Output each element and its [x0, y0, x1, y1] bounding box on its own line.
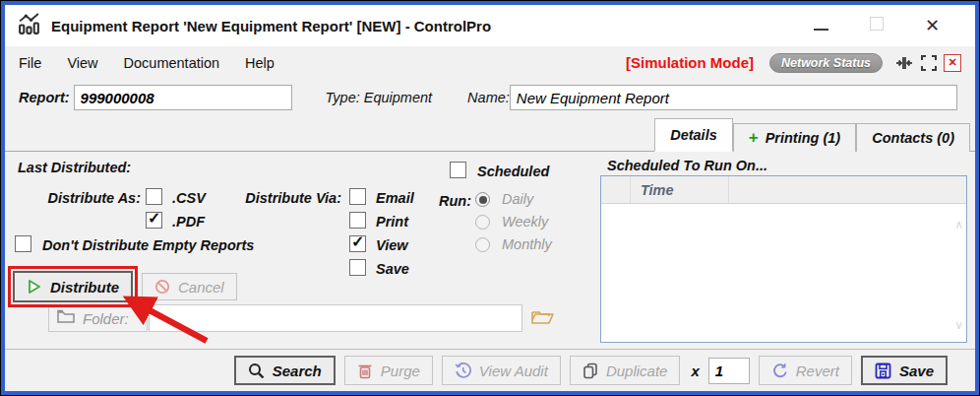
run-label: Run:	[439, 193, 471, 209]
distribute-as-label: Distribute As:	[34, 190, 141, 206]
network-status-badge[interactable]: Network Status	[769, 53, 883, 73]
view-checkbox[interactable]	[349, 235, 366, 252]
window-title: Equipment Report 'New Equipment Report' …	[51, 18, 814, 34]
play-icon	[27, 279, 42, 295]
duplicate-button[interactable]: Duplicate	[570, 356, 681, 385]
fullscreen-icon[interactable]	[919, 53, 938, 72]
report-bar: Report: Type: Equipment Name:	[5, 79, 975, 116]
tab-strip: Details +Printing (1) Contacts (0)	[5, 116, 975, 152]
plus-icon: +	[749, 128, 759, 148]
app-chart-icon	[17, 12, 41, 40]
pdf-checkbox[interactable]	[146, 212, 162, 229]
report-label: Report:	[19, 90, 70, 105]
time-column-header: Time	[631, 176, 729, 203]
save-button[interactable]: Save	[861, 356, 948, 385]
folder-button[interactable]: Folder:	[48, 304, 148, 332]
weekly-radio[interactable]	[475, 215, 490, 230]
menu-file[interactable]: File	[19, 55, 41, 71]
view-audit-button[interactable]: View Audit	[442, 356, 561, 385]
last-distributed-label: Last Distributed:	[18, 160, 131, 175]
minimize-button[interactable]	[814, 17, 828, 34]
dont-distribute-label: Don't Distribute Empty Reports	[42, 237, 254, 253]
csv-checkbox[interactable]	[146, 188, 162, 205]
distribute-via-label: Distribute Via:	[233, 190, 341, 206]
menu-bar: File View Documentation Help [Simulation…	[5, 46, 975, 79]
report-name-input[interactable]	[510, 85, 957, 110]
scheduled-to-run-label: Scheduled To Run On...	[607, 158, 767, 173]
close-pane-icon[interactable]: ✕	[944, 54, 961, 72]
monthly-label: Monthly	[502, 236, 552, 252]
bottom-action-bar: Search Purge View Audit Duplicate x Reve…	[5, 349, 975, 391]
save-option-label: Save	[376, 261, 409, 277]
open-folder-icon[interactable]	[530, 306, 554, 329]
menu-view[interactable]: View	[67, 55, 97, 71]
tab-printing[interactable]: +Printing (1)	[733, 123, 856, 152]
email-label: Email	[376, 190, 414, 206]
email-checkbox[interactable]	[349, 188, 366, 205]
maximize-button[interactable]	[870, 17, 884, 34]
schedule-table-header: Time	[601, 176, 966, 204]
multiplier-input[interactable]	[708, 358, 750, 384]
title-bar: Equipment Report 'New Equipment Report' …	[5, 5, 975, 46]
history-clock-icon	[455, 363, 471, 379]
search-button[interactable]: Search	[234, 356, 336, 385]
scheduled-checkbox[interactable]	[450, 162, 466, 178]
type-label: Type: Equipment	[326, 90, 433, 105]
schedule-table: Time ∧ ∨	[600, 175, 967, 343]
menu-documentation[interactable]: Documentation	[124, 55, 220, 71]
close-button[interactable]: ✕	[925, 17, 940, 34]
scheduled-label: Scheduled	[477, 164, 549, 179]
collapse-panels-icon[interactable]	[894, 53, 913, 72]
copy-icon	[582, 363, 598, 379]
monthly-radio[interactable]	[475, 237, 490, 252]
details-panel: Last Distributed: Distribute As: .CSV .P…	[5, 152, 975, 349]
cancel-button[interactable]: Cancel	[142, 273, 237, 300]
revert-arrow-icon	[771, 363, 788, 379]
app-window-frame: Equipment Report 'New Equipment Report' …	[0, 0, 980, 396]
prohibition-icon	[154, 279, 170, 295]
report-number-input[interactable]	[74, 85, 292, 110]
controlpro-window: Equipment Report 'New Equipment Report' …	[1, 1, 979, 395]
name-label: Name:	[467, 90, 510, 105]
multiplier-label: x	[691, 363, 699, 379]
print-label: Print	[376, 214, 408, 230]
daily-label: Daily	[502, 191, 533, 207]
search-icon	[248, 363, 265, 379]
floppy-disk-icon	[875, 363, 891, 379]
save-checkbox[interactable]	[349, 259, 366, 276]
print-checkbox[interactable]	[349, 212, 366, 229]
pdf-label: .PDF	[172, 214, 205, 230]
weekly-label: Weekly	[502, 214, 548, 230]
folder-path-input[interactable]	[149, 304, 522, 332]
distribute-button[interactable]: Distribute	[13, 271, 133, 302]
scroll-down-icon[interactable]: ∨	[954, 318, 963, 332]
trash-icon	[357, 363, 373, 379]
tab-contacts[interactable]: Contacts (0)	[856, 123, 970, 152]
dont-distribute-checkbox[interactable]	[15, 235, 31, 252]
tab-details[interactable]: Details	[654, 118, 733, 152]
view-label: View	[376, 237, 408, 253]
folder-icon	[57, 309, 75, 327]
purge-button[interactable]: Purge	[344, 356, 433, 385]
revert-button[interactable]: Revert	[759, 356, 852, 385]
daily-radio[interactable]	[475, 192, 490, 207]
scroll-up-icon[interactable]: ∧	[954, 218, 963, 231]
csv-label: .CSV	[172, 190, 206, 206]
simulation-mode-label: [Simulation Mode]	[626, 54, 754, 71]
menu-help[interactable]: Help	[245, 55, 275, 71]
